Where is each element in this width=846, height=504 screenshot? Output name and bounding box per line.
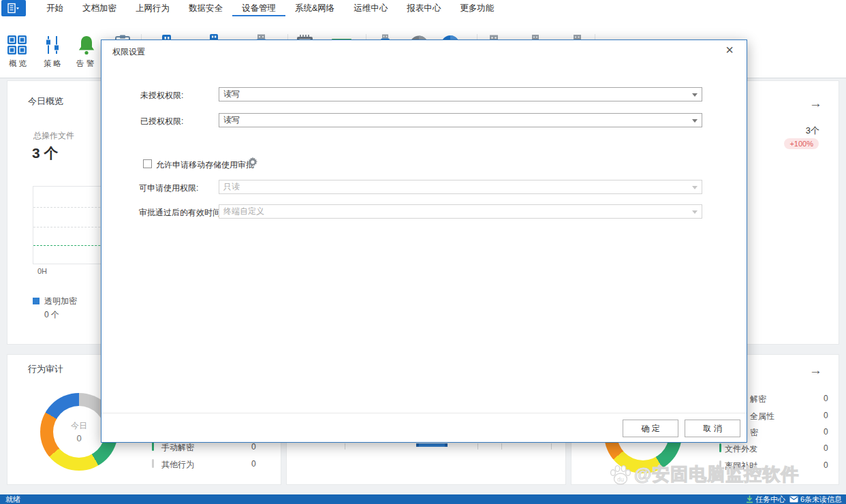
bar-fragment xyxy=(418,443,445,447)
kpi-value: 3个 xyxy=(806,125,819,137)
select-value: 读写 xyxy=(223,115,240,125)
legend-value: 0 xyxy=(824,411,828,420)
footer-divider xyxy=(101,413,747,413)
bar-cap xyxy=(445,443,448,447)
dialog-title: 权限设置 xyxy=(112,46,145,58)
alert-bell-icon xyxy=(76,34,97,56)
metric-label: 总操作文件 xyxy=(33,130,74,142)
menu-item-data-security[interactable]: 数据安全 xyxy=(179,0,232,16)
legend-value: 0 个 xyxy=(44,309,59,321)
legend-value: 0 xyxy=(824,443,828,453)
legend-value: 0 xyxy=(251,442,256,452)
app-menu-icon xyxy=(7,3,20,14)
chevron-down-icon xyxy=(692,119,698,123)
menu-item-ops-center[interactable]: 运维中心 xyxy=(344,0,397,16)
requestable-permission-label: 可申请使用权限: xyxy=(139,183,198,194)
overview-button[interactable] xyxy=(5,33,29,57)
x-axis-tick: 0H xyxy=(37,267,47,275)
legend-value: 0 xyxy=(824,394,828,403)
authorized-permission-label: 已授权权限: xyxy=(140,116,183,127)
paw-logo-icon: du xyxy=(608,463,633,486)
overview-grid-icon xyxy=(6,34,28,56)
ok-button[interactable]: 确 定 xyxy=(623,420,678,437)
menu-item-doc-encrypt[interactable]: 文档加密 xyxy=(73,0,126,16)
chevron-down-icon xyxy=(16,7,19,10)
axis-tick xyxy=(345,443,345,450)
menu-item-start[interactable]: 开始 xyxy=(37,0,73,16)
policy-label: 策 略 xyxy=(37,59,68,69)
legend-label: 手动解密 xyxy=(161,442,194,454)
card-title: 行为审计 xyxy=(28,363,63,375)
select-value: 终端自定义 xyxy=(223,206,264,216)
more-arrow-icon[interactable]: → xyxy=(809,96,822,111)
menu-item-report-center[interactable]: 报表中心 xyxy=(397,0,450,16)
legend-tick xyxy=(152,442,154,451)
axis-tick xyxy=(551,443,552,450)
legend-value: 0 xyxy=(824,460,828,470)
donut-center-label: 今日 xyxy=(71,420,87,432)
legend-label: 密 xyxy=(750,427,758,439)
menu-item-web-behavior[interactable]: 上网行为 xyxy=(126,0,179,16)
unauthorized-permission-select[interactable]: 读写 xyxy=(219,87,702,101)
close-icon[interactable]: × xyxy=(722,42,737,58)
app-menu-button[interactable] xyxy=(1,0,26,16)
more-arrow-icon[interactable]: → xyxy=(809,363,822,378)
download-icon xyxy=(746,495,753,503)
legend-value: 0 xyxy=(824,427,828,437)
card-title: 今日概览 xyxy=(28,95,63,108)
metric-value: 3 个 xyxy=(32,144,59,163)
legend-label: 全属性 xyxy=(750,411,774,422)
alert-label: 告 警 xyxy=(69,59,101,69)
cancel-button[interactable]: 取 消 xyxy=(685,420,740,437)
chevron-down-icon xyxy=(692,93,698,97)
policy-button[interactable] xyxy=(41,33,64,57)
valid-time-label: 审批通过后的有效时间: xyxy=(139,207,223,219)
legend-tick xyxy=(152,459,154,468)
statusbar: 就绪 任务中心 6条未读信息 xyxy=(0,494,846,504)
legend-label: 其他行为 xyxy=(161,459,194,471)
authorized-permission-select[interactable]: 读写 xyxy=(219,113,702,127)
watermark: du @安固电脑监控软件 xyxy=(608,462,799,486)
axis-tick xyxy=(477,443,478,450)
menubar: 开始 文档加密 上网行为 数据安全 设备管理 系统&网络 运维中心 报表中心 更… xyxy=(0,0,846,16)
watermark-text: @安固电脑监控软件 xyxy=(634,462,799,486)
task-center-button[interactable]: 任务中心 xyxy=(746,494,785,504)
legend-swatch xyxy=(33,298,40,304)
select-value: 只读 xyxy=(223,182,240,191)
legend-row: 手动解密 0 xyxy=(7,442,282,452)
allow-approval-label: 允许申请移动存储使用审批 xyxy=(156,159,254,171)
mail-icon xyxy=(789,496,798,503)
bar-cap xyxy=(416,443,419,447)
task-center-label: 任务中心 xyxy=(755,494,785,504)
chevron-down-icon xyxy=(692,210,698,214)
chevron-down-icon xyxy=(692,186,698,189)
growth-badge: +100% xyxy=(784,138,819,149)
menu-items: 开始 文档加密 上网行为 数据安全 设备管理 系统&网络 运维中心 报表中心 更… xyxy=(37,0,503,16)
axis-tick xyxy=(501,443,502,450)
legend-value: 0 xyxy=(251,459,256,469)
policy-sliders-icon xyxy=(42,34,63,56)
legend-tick xyxy=(719,443,721,452)
overview-label: 概 览 xyxy=(2,59,33,69)
legend-row: 文件外发 0 xyxy=(571,443,840,453)
permission-settings-dialog: 权限设置 × 未授权权限: 读写 已授权权限: 读写 允许申请移动存储使用审批 … xyxy=(101,40,747,443)
requestable-permission-select: 只读 xyxy=(219,180,702,194)
legend-label: 透明加密 xyxy=(44,296,77,307)
gear-icon[interactable] xyxy=(247,157,258,168)
unauthorized-permission-label: 未授权权限: xyxy=(140,90,183,101)
alert-button[interactable] xyxy=(75,33,98,57)
unread-messages-label: 6条未读信息 xyxy=(800,494,842,504)
unread-messages-button[interactable]: 6条未读信息 xyxy=(789,494,842,504)
menu-item-device-mgmt[interactable]: 设备管理 xyxy=(232,0,285,16)
legend-label: 解密 xyxy=(750,394,766,405)
app-window: 开始 文档加密 上网行为 数据安全 设备管理 系统&网络 运维中心 报表中心 更… xyxy=(0,0,846,504)
menu-item-system-network[interactable]: 系统&网络 xyxy=(285,0,344,16)
menu-item-more[interactable]: 更多功能 xyxy=(450,0,503,16)
legend-label: 文件外发 xyxy=(725,443,757,455)
select-value: 读写 xyxy=(223,89,240,99)
status-text: 就绪 xyxy=(5,494,20,504)
legend-row: 其他行为 0 xyxy=(7,459,282,469)
allow-approval-checkbox[interactable] xyxy=(143,159,152,168)
svg-text:du: du xyxy=(617,477,624,483)
valid-time-select: 终端自定义 xyxy=(219,204,702,219)
